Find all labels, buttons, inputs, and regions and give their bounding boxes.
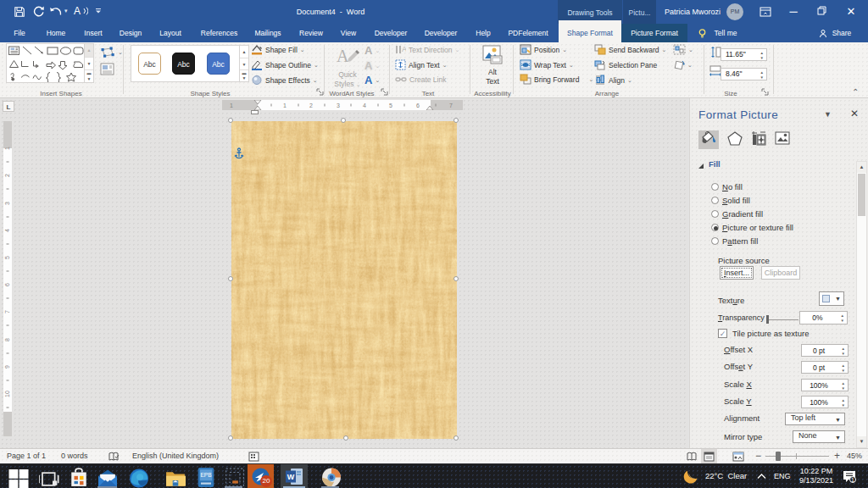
- svg-text:4: 4: [363, 103, 366, 108]
- svg-text:A: A: [402, 45, 406, 53]
- svg-text:W: W: [287, 473, 295, 481]
- svg-text:1: 1: [230, 103, 233, 108]
- svg-text:A: A: [337, 47, 349, 65]
- svg-text:10: 10: [4, 391, 10, 397]
- svg-text:7: 7: [4, 310, 10, 313]
- svg-text:3: 3: [4, 202, 10, 205]
- svg-text:9: 9: [4, 365, 10, 369]
- svg-text:1: 1: [4, 147, 10, 150]
- svg-text:EPB: EPB: [200, 472, 212, 478]
- svg-text:6: 6: [416, 103, 420, 108]
- svg-text:3: 3: [337, 103, 340, 108]
- svg-text:8: 8: [4, 338, 10, 341]
- svg-text:5: 5: [4, 256, 10, 259]
- svg-text:7: 7: [449, 103, 453, 108]
- svg-text:1: 1: [283, 103, 287, 108]
- svg-text:4: 4: [4, 229, 10, 232]
- svg-text:2: 2: [4, 174, 10, 177]
- svg-text:6: 6: [4, 283, 10, 286]
- svg-text:2: 2: [309, 103, 313, 108]
- svg-text:5: 5: [389, 103, 392, 108]
- svg-text:1: 1: [851, 477, 854, 483]
